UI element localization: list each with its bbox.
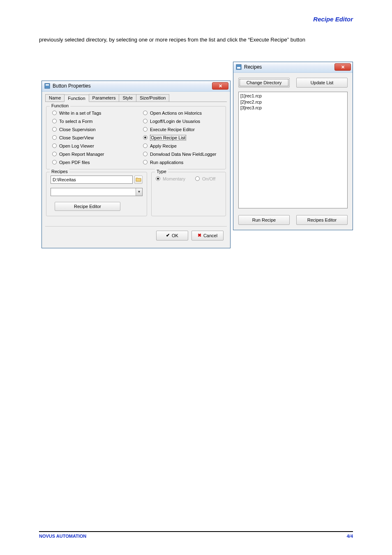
type-group-label: Type xyxy=(155,169,168,174)
type-onoff-label: On/Off xyxy=(202,176,215,181)
tab-function[interactable]: Function xyxy=(64,95,89,102)
tab-size-position[interactable]: Size/Position xyxy=(136,94,170,102)
browse-folder-button[interactable] xyxy=(134,176,143,184)
radio-icon xyxy=(143,152,148,156)
type-radio-onoff[interactable]: On/Off xyxy=(195,176,215,181)
rc-title: Recipes xyxy=(244,64,262,70)
footer-left: NOVUS AUTOMATION xyxy=(39,534,86,539)
folder-icon xyxy=(136,177,141,183)
type-radio-momentary[interactable]: Momentary xyxy=(156,176,185,181)
function-radio[interactable]: Write in a set of Tags xyxy=(52,111,131,116)
cancel-label: Cancel xyxy=(203,233,217,238)
function-radio[interactable]: Open Recipe List xyxy=(143,135,221,140)
list-item[interactable]: [2]rec2.rcp xyxy=(240,99,346,105)
radio-icon xyxy=(52,135,57,140)
function-radio-label: Open Log Viewer xyxy=(59,143,94,148)
radio-icon xyxy=(52,152,57,156)
recipes-groupbox: Recipes ▼ Recipe Editor xyxy=(46,172,147,216)
radio-icon xyxy=(143,111,148,115)
bp-title: Button Properties xyxy=(53,83,91,89)
close-icon: ✕ xyxy=(341,65,345,70)
ok-label: OK xyxy=(172,233,178,238)
bp-tabstrip: NameFunctionParametersStyleSize/Position xyxy=(45,94,227,102)
radio-icon xyxy=(143,160,148,164)
function-radio-label: To select a Form xyxy=(59,119,92,124)
recipes-dropdown[interactable]: ▼ xyxy=(51,188,143,196)
rc-titlebar: Recipes ✕ xyxy=(233,62,353,73)
tab-name[interactable]: Name xyxy=(45,94,65,102)
function-radio[interactable]: Execute Recipe Editor xyxy=(143,127,221,132)
function-radio-label: Logoff/Login de Usuarios xyxy=(150,119,200,124)
function-radio[interactable]: Open Actions on Historics xyxy=(143,111,221,116)
update-list-button[interactable]: Update List xyxy=(296,78,348,88)
function-radio-label: Execute Recipe Editor xyxy=(150,127,195,132)
radio-icon xyxy=(143,143,148,148)
svg-rect-0 xyxy=(45,83,50,88)
check-icon: ✔ xyxy=(166,233,170,238)
list-item[interactable]: [3]rec3.rcp xyxy=(240,105,346,111)
tab-parameters[interactable]: Parameters xyxy=(89,94,120,102)
recipes-path-input[interactable] xyxy=(51,176,133,184)
function-radio[interactable]: Apply Recipe xyxy=(143,143,221,148)
function-radio-label: Close Supervision xyxy=(59,127,96,132)
function-radio[interactable]: Logoff/Login de Usuarios xyxy=(143,119,221,124)
bp-titlebar: Button Properties ✕ xyxy=(42,81,230,92)
recipes-group-label: Recipes xyxy=(50,169,69,174)
recipe-editor-button[interactable]: Recipe Editor xyxy=(55,202,120,211)
x-icon: ✖ xyxy=(198,233,201,238)
function-radio-label: Donwload Data New FieldLogger xyxy=(150,152,216,157)
list-item[interactable]: [1]rec1.rcp xyxy=(240,93,346,99)
bp-app-icon xyxy=(44,83,50,89)
radio-icon xyxy=(52,143,57,148)
rc-close-button[interactable]: ✕ xyxy=(334,63,351,71)
function-radio[interactable]: Close SuperView xyxy=(52,135,131,140)
close-icon: ✕ xyxy=(219,83,222,89)
type-momentary-label: Momentary xyxy=(163,176,185,181)
function-group-label: Function xyxy=(50,103,70,108)
radio-icon xyxy=(52,119,57,123)
bp-close-button[interactable]: ✕ xyxy=(212,82,228,90)
svg-rect-1 xyxy=(46,84,49,86)
page-footer: NOVUS AUTOMATION 4/4 xyxy=(39,531,353,539)
function-groupbox: Function Write in a set of TagsTo select… xyxy=(46,106,226,169)
button-properties-window: Button Properties ✕ NameFunctionParamete… xyxy=(42,81,231,248)
cancel-button[interactable]: ✖ Cancel xyxy=(191,231,224,240)
function-radio-label: Close SuperView xyxy=(59,135,94,140)
type-groupbox: Type Momentary On/Off xyxy=(151,172,226,216)
function-radio[interactable]: Donwload Data New FieldLogger xyxy=(143,152,221,157)
function-radio[interactable]: Open Report Manager xyxy=(52,152,131,157)
radio-icon xyxy=(52,127,57,132)
footer-right: 4/4 xyxy=(347,534,353,539)
radio-icon xyxy=(52,160,57,164)
tab-style[interactable]: Style xyxy=(119,94,136,102)
bp-footer: ✔ OK ✖ Cancel xyxy=(45,226,227,245)
svg-rect-3 xyxy=(237,67,240,69)
chevron-down-icon: ▼ xyxy=(136,188,142,196)
function-radio-label: Open PDF files xyxy=(59,160,90,165)
radio-icon xyxy=(143,135,148,140)
function-radio[interactable]: Close Supervision xyxy=(52,127,131,132)
function-radio[interactable]: To select a Form xyxy=(52,119,131,124)
function-radio-label: Write in a set of Tags xyxy=(59,111,101,116)
radio-icon xyxy=(195,176,200,181)
function-radio-label: Open Actions on Historics xyxy=(150,111,202,116)
function-radio-label: Open Recipe List xyxy=(150,135,186,140)
recipes-editor-button[interactable]: Recipes Editor xyxy=(296,215,348,225)
function-radio[interactable]: Run applications xyxy=(143,160,221,165)
function-radio[interactable]: Open Log Viewer xyxy=(52,143,131,148)
radio-icon xyxy=(52,111,57,115)
radio-icon xyxy=(143,127,148,132)
function-radio-label: Open Report Manager xyxy=(59,152,104,157)
function-radio[interactable]: Open PDF files xyxy=(52,160,131,165)
recipes-listbox[interactable]: [1]rec1.rcp[2]rec2.rcp[3]rec3.rcp xyxy=(238,92,348,208)
run-recipe-button[interactable]: Run Recipe xyxy=(238,215,290,225)
ok-button[interactable]: ✔ OK xyxy=(156,231,188,240)
function-radio-label: Run applications xyxy=(150,160,183,165)
function-radio-label: Apply Recipe xyxy=(150,143,177,148)
intro-paragraph: previously selected directory, by select… xyxy=(39,35,353,45)
change-directory-button[interactable]: Change Directory xyxy=(238,78,290,88)
recipes-window: Recipes ✕ Change Directory Update List [… xyxy=(233,62,353,230)
page-title: Recipe Editor xyxy=(39,16,353,23)
radio-icon xyxy=(143,119,148,123)
radio-icon xyxy=(156,176,160,181)
